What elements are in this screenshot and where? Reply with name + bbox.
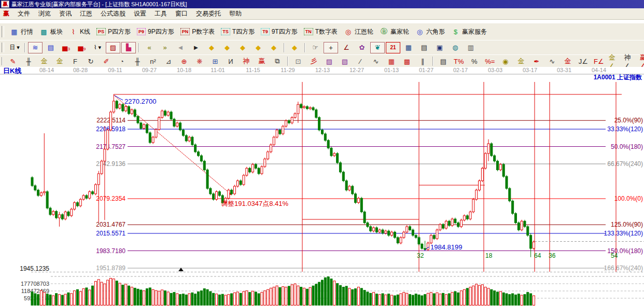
- candle-body[interactable]: [107, 130, 109, 149]
- feature-kline-button[interactable]: ⌇K线: [66, 26, 93, 37]
- candle-body[interactable]: [382, 230, 384, 233]
- candle-body[interactable]: [31, 177, 33, 186]
- crosshair-tool-icon[interactable]: ＋: [324, 42, 338, 53]
- candle-body[interactable]: [134, 110, 136, 117]
- candle-body[interactable]: [240, 181, 242, 185]
- feature-p-table-button[interactable]: PNP数字表: [177, 26, 218, 37]
- candle-body[interactable]: [367, 223, 369, 227]
- candle-body[interactable]: [251, 164, 254, 172]
- candle-body[interactable]: [279, 130, 281, 134]
- candle-body[interactable]: [418, 238, 420, 244]
- candle-body[interactable]: [34, 186, 36, 190]
- profile-histogram-icon[interactable]: ▙: [121, 42, 136, 53]
- candle-body[interactable]: [200, 156, 202, 161]
- feature-quotes-button[interactable]: ▦行情: [7, 26, 36, 37]
- menu-item-4[interactable]: 公式选股: [96, 8, 130, 19]
- candle-body[interactable]: [198, 152, 200, 156]
- win-grid-icon[interactable]: 赢: [255, 55, 269, 67]
- t-percent-icon[interactable]: T%: [452, 55, 466, 67]
- menu-item-2[interactable]: 资讯: [55, 8, 76, 19]
- candle-body[interactable]: [499, 164, 501, 170]
- candle-body[interactable]: [294, 114, 296, 117]
- feature-winner-wheel-button[interactable]: Ⓑ赢家轮: [376, 26, 412, 37]
- candle-body[interactable]: [79, 199, 81, 206]
- candle-body[interactable]: [267, 152, 269, 159]
- candle-body[interactable]: [146, 124, 148, 133]
- candle-body[interactable]: [258, 168, 260, 174]
- candle-body[interactable]: [49, 208, 51, 215]
- candle-body[interactable]: [355, 194, 357, 203]
- candle-body[interactable]: [357, 198, 359, 202]
- candle-body[interactable]: [491, 144, 493, 156]
- candle-body[interactable]: [203, 161, 205, 170]
- candle-body[interactable]: [360, 198, 362, 212]
- candle-body[interactable]: [481, 168, 483, 180]
- k-note-icon[interactable]: И: [223, 55, 238, 67]
- candle-body[interactable]: [469, 212, 471, 219]
- candle-body[interactable]: [52, 211, 54, 214]
- candle-body[interactable]: [517, 223, 520, 230]
- candle-body[interactable]: [339, 163, 341, 172]
- candle-body[interactable]: [363, 212, 366, 223]
- zoom-h-diamond-icon[interactable]: ◆: [235, 42, 250, 53]
- candle-body[interactable]: [58, 215, 60, 218]
- ruler-123-icon[interactable]: ⧉: [270, 55, 285, 67]
- clock-cycle-icon[interactable]: ◔: [115, 55, 129, 67]
- candle-body[interactable]: [445, 221, 447, 228]
- candle-body[interactable]: [352, 186, 354, 194]
- toolbar-grip[interactable]: [2, 26, 4, 37]
- candle-body[interactable]: [128, 106, 130, 114]
- bars-3-icon[interactable]: ▅₃: [59, 42, 74, 53]
- candle-body[interactable]: [110, 112, 112, 130]
- candle-body[interactable]: [236, 181, 239, 187]
- candle-body[interactable]: [309, 108, 311, 109]
- candle-body[interactable]: [101, 161, 103, 174]
- candle-body[interactable]: [306, 106, 308, 108]
- shen-angle-icon[interactable]: 神∠: [623, 55, 637, 67]
- gold-grid2-icon[interactable]: 金: [52, 55, 67, 67]
- candle-body[interactable]: [421, 244, 423, 248]
- nav-next-button[interactable]: ►: [189, 42, 203, 53]
- candle-body[interactable]: [397, 238, 399, 243]
- zoom-x-diamond-icon[interactable]: ◆: [251, 42, 265, 53]
- candle-body[interactable]: [194, 145, 197, 152]
- feature-9t-square-button[interactable]: T99T四方形: [258, 26, 301, 37]
- candle-body[interactable]: [427, 243, 429, 249]
- candle-body[interactable]: [167, 112, 169, 115]
- chart-area[interactable]: 日K线08-1408-2809-1109-2710-1811-0111-1511…: [0, 67, 644, 306]
- candle-body[interactable]: [86, 196, 88, 198]
- candle-body[interactable]: [270, 145, 272, 152]
- export-icon[interactable]: ◍: [448, 42, 463, 53]
- candle-body[interactable]: [333, 154, 335, 156]
- candle-body[interactable]: [487, 144, 489, 154]
- candle-body[interactable]: [92, 192, 94, 194]
- candle-body[interactable]: [119, 104, 121, 108]
- candle-body[interactable]: [373, 228, 375, 231]
- candle-body[interactable]: [391, 232, 393, 235]
- candle-body[interactable]: [170, 112, 172, 119]
- candle-body[interactable]: [412, 230, 414, 235]
- candle-body[interactable]: [152, 137, 154, 143]
- pattern-tool-icon[interactable]: ▨: [106, 42, 120, 53]
- candle-body[interactable]: [303, 106, 305, 107]
- candle-body[interactable]: [403, 232, 405, 238]
- candle-body[interactable]: [64, 212, 66, 219]
- candle-body[interactable]: [348, 186, 351, 190]
- ink-pen-icon[interactable]: ✒: [529, 55, 544, 67]
- pan-diamond-icon[interactable]: ◆: [287, 42, 302, 53]
- nav-first-button[interactable]: «: [142, 42, 157, 53]
- gold-circle-icon[interactable]: ◉: [498, 55, 513, 67]
- wave-overlay-icon[interactable]: ∿: [545, 55, 559, 67]
- candle-body[interactable]: [155, 130, 157, 137]
- comb-grid-icon[interactable]: ╫: [21, 55, 36, 67]
- info-panel-icon[interactable]: ▤: [44, 42, 58, 53]
- menu-item-1[interactable]: 浏览: [34, 8, 55, 19]
- candle-body[interactable]: [345, 181, 347, 190]
- candle-body[interactable]: [276, 130, 278, 137]
- candle-body[interactable]: [97, 174, 100, 185]
- candle-body[interactable]: [430, 235, 432, 243]
- feature-9p-square-button[interactable]: P99P四方形: [134, 26, 177, 37]
- calendar-icon[interactable]: 21: [386, 42, 400, 53]
- shade-fan-icon[interactable]: ▧: [338, 55, 352, 67]
- menu-item-9[interactable]: 帮助: [225, 8, 246, 19]
